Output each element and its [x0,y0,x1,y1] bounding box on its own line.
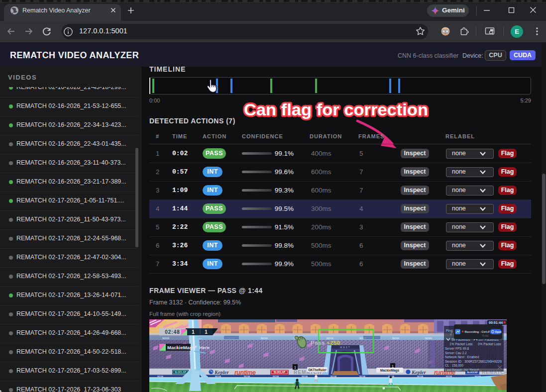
svg-text:Can flag for correction: Can flag for correction [244,100,428,119]
